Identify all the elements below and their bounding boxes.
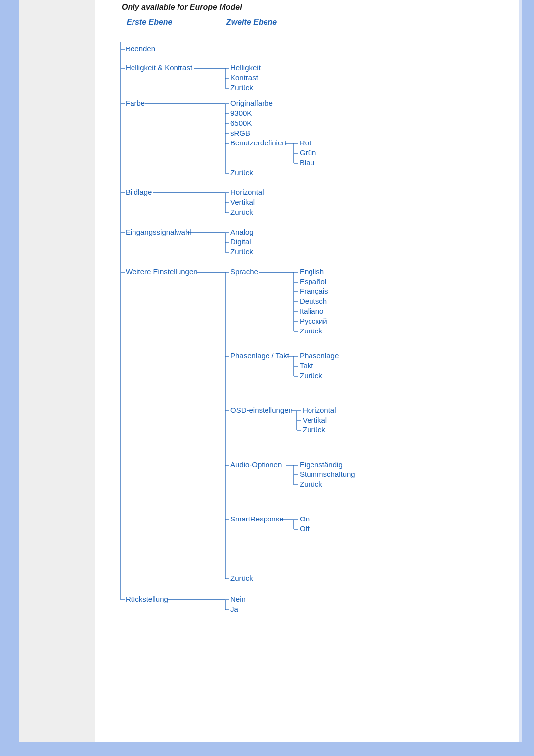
farbe-blau: Blau	[300, 158, 314, 167]
rueck-nein: Nein	[230, 595, 246, 603]
weitere-sprache: Sprache	[230, 267, 258, 276]
farbe-gruen: Grün	[300, 148, 316, 157]
l1-farbe: Farbe	[126, 99, 145, 107]
lang-es: Español	[300, 277, 326, 285]
farbe-9300: 9300K	[230, 109, 252, 117]
column-header-first: Erste Ebene	[127, 18, 172, 27]
l1-rueck: Rückstellung	[126, 595, 168, 603]
hk-kontrast: Kontrast	[230, 73, 259, 82]
lang-en: English	[300, 267, 324, 276]
lang-ru: Русский	[300, 317, 327, 325]
l1-eingang: Eingangssignalwahl	[126, 228, 191, 236]
l1-bildlage: Bildlage	[126, 188, 152, 196]
pt-zurueck: Zurück	[300, 371, 322, 379]
page-title: Only available for Europe Model	[122, 3, 242, 12]
l1-helligkeit-kontrast: Helligkeit & Kontrast	[126, 63, 193, 72]
weitere-zurueck: Zurück	[230, 574, 253, 582]
osd-z: Zurück	[303, 425, 325, 434]
l1-beenden: Beenden	[126, 45, 155, 53]
l1-weitere: Weitere Einstellungen	[126, 267, 198, 276]
weitere-osd: OSD-einstellungen	[230, 406, 293, 414]
weitere-audio: Audio-Optionen	[230, 460, 282, 469]
audio-eigen: Eigenständig	[300, 460, 343, 469]
weitere-phasetakt: Phasenlage / Takt	[230, 351, 290, 360]
hk-helligkeit: Helligkeit	[230, 63, 261, 72]
audio-z: Zurück	[300, 480, 322, 488]
lang-zurueck: Zurück	[300, 327, 322, 335]
farbe-6500: 6500K	[230, 119, 252, 127]
audio-stumm: Stummschaltung	[300, 470, 355, 478]
bildlage-zurueck: Zurück	[230, 208, 253, 216]
weitere-smart: SmartResponse	[230, 515, 284, 523]
farbe-rot: Rot	[300, 139, 312, 147]
osd-v: Vertikal	[303, 416, 327, 424]
eingang-analog: Analog	[230, 228, 254, 236]
document-page: Only available for Europe Model Erste Eb…	[19, 0, 522, 742]
hk-zurueck: Zurück	[230, 83, 253, 92]
farbe-original: Originalfarbe	[230, 99, 273, 107]
eingang-digital: Digital	[230, 237, 251, 246]
bildlage-horizontal: Horizontal	[230, 188, 264, 196]
osd-tree-diagram: Beenden Helligkeit & Kontrast Helligkeit…	[118, 35, 434, 638]
left-gutter	[19, 0, 95, 742]
pt-takt: Takt	[300, 361, 313, 370]
eingang-zurueck: Zurück	[230, 247, 253, 256]
farbe-srgb: sRGB	[230, 129, 250, 137]
farbe-benutzer: Benutzerdefiniert	[230, 139, 287, 147]
rueck-ja: Ja	[230, 605, 239, 613]
lang-fr: Français	[300, 287, 328, 295]
farbe-zurueck: Zurück	[230, 168, 253, 177]
smart-off: Off	[300, 524, 310, 533]
bildlage-vertikal: Vertikal	[230, 198, 255, 206]
column-header-second: Zweite Ebene	[226, 18, 277, 27]
lang-it: Italiano	[300, 307, 323, 315]
osd-h: Horizontal	[303, 406, 336, 414]
lang-de: Deutsch	[300, 297, 327, 305]
smart-on: On	[300, 515, 310, 523]
pt-phase: Phasenlage	[300, 351, 339, 360]
